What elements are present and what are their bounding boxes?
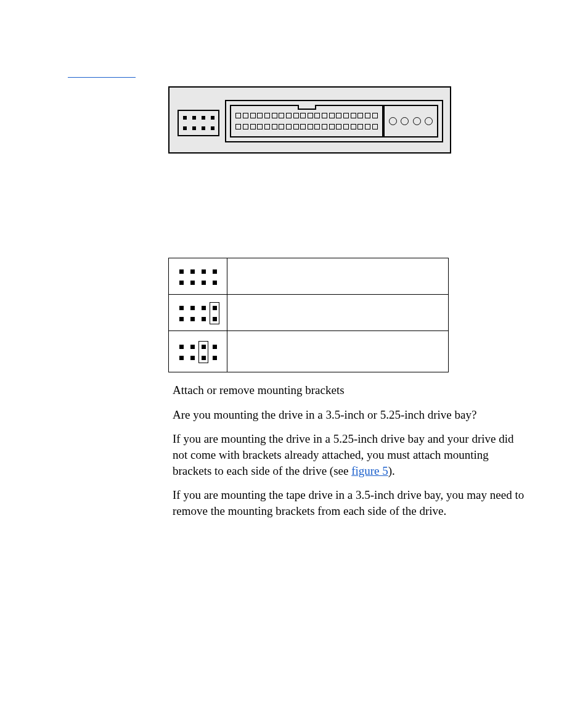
figure-5-link[interactable]: figure 5 [351,464,388,477]
jumper-setting-col3-icon [176,342,219,363]
paragraph-35: If you are mounting the tape drive in a … [173,487,530,519]
body-text: Attach or remove mounting brackets Are y… [173,382,530,527]
document-page: Attach or remove mounting brackets Are y… [0,0,588,706]
jumper-setting-label [227,331,449,372]
paragraph-525: If you are mounting the drive in a 5.25-… [173,431,530,478]
table-row [169,295,449,331]
table-row [169,331,449,372]
jumper-setting-col4-icon [176,303,219,324]
header-rule [68,77,136,78]
jumper-block-icon [178,110,219,136]
table-row [169,258,449,295]
paragraph-question: Are you mounting the drive in a 3.5-inch… [173,407,530,423]
jumper-setting-label [227,295,449,331]
step-heading: Attach or remove mounting brackets [173,382,530,398]
jumper-settings-table [168,258,449,372]
jumper-setting-label [227,258,449,295]
drive-rear-diagram [168,86,451,154]
paragraph-525-a: If you are mounting the drive in a 5.25-… [173,432,514,477]
jumper-setting-no-jumper-icon [176,266,219,287]
ide-connector-icon [230,105,383,138]
connector-block [225,100,443,142]
step-title: Attach or remove mounting brackets [173,384,345,396]
power-connector-icon [383,105,438,138]
paragraph-525-b: ). [388,464,395,477]
